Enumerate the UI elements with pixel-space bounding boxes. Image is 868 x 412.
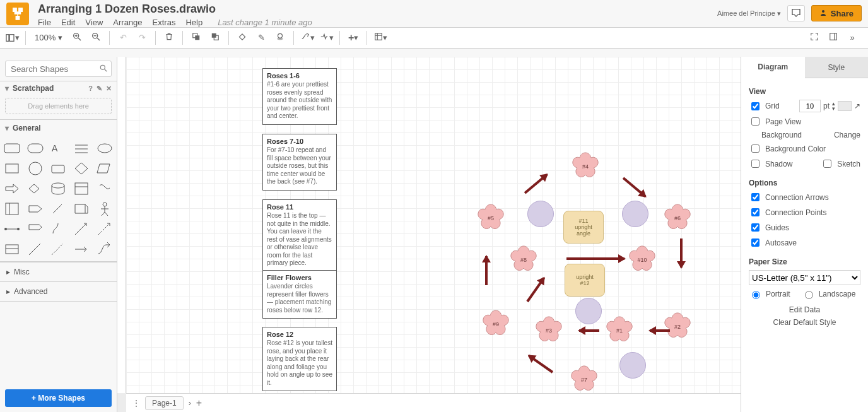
checkbox-guides[interactable]: Guides — [749, 221, 789, 233]
arrow-shape[interactable] — [526, 277, 545, 302]
arrow-shape[interactable] — [485, 256, 488, 285]
palette-shape[interactable] — [72, 201, 91, 217]
shadow-button[interactable] — [272, 30, 288, 46]
palette-shape[interactable] — [26, 201, 45, 217]
rose-shape[interactable]: #2 — [661, 310, 694, 343]
arrow-shape[interactable] — [528, 355, 553, 374]
arrow-shape[interactable] — [579, 329, 599, 332]
share-button[interactable]: Share — [811, 5, 862, 21]
comments-button[interactable] — [787, 5, 805, 21]
palette-shape[interactable] — [3, 241, 22, 257]
palette-shape[interactable] — [49, 160, 68, 177]
checkbox-conn-arrows[interactable]: Connection Arrows — [749, 191, 829, 203]
checkbox-bgcolor[interactable]: Background Color — [749, 143, 826, 155]
checkbox-autosave[interactable]: Autosave — [749, 237, 797, 249]
radio-portrait[interactable]: Portrait — [749, 289, 790, 299]
connection-button[interactable]: ▾ — [299, 30, 315, 46]
menu-extras[interactable]: Extras — [153, 18, 176, 27]
palette-shape[interactable] — [26, 221, 45, 237]
palette-shape[interactable] — [72, 140, 91, 156]
menu-help[interactable]: Help — [185, 18, 202, 27]
palette-shape[interactable] — [72, 160, 91, 177]
rose-shape[interactable]: #10 — [626, 244, 659, 276]
palette-shape[interactable] — [49, 241, 68, 257]
filler-shape[interactable] — [622, 201, 648, 227]
rose-shape[interactable]: #6 — [661, 202, 694, 235]
category-misc[interactable]: ▸Misc — [0, 262, 117, 282]
zoom-in-button[interactable] — [69, 30, 85, 46]
arrow-shape[interactable] — [566, 257, 625, 260]
waypoints-button[interactable]: ▾ — [318, 30, 334, 46]
rose-shape[interactable]: #1 — [603, 314, 636, 347]
chevron-down-icon[interactable]: ▾ — [5, 124, 9, 132]
palette-shape[interactable] — [3, 140, 22, 156]
arrow-shape[interactable] — [524, 174, 548, 194]
arrow-shape[interactable] — [623, 177, 647, 197]
filler-shape[interactable] — [527, 201, 554, 227]
zoom-out-button[interactable] — [88, 30, 104, 46]
radio-landscape[interactable]: Landscape — [802, 289, 856, 299]
center-shape[interactable]: upright #12 — [565, 264, 605, 297]
menu-edit[interactable]: Edit — [61, 18, 75, 27]
checkbox-grid[interactable]: Grid — [749, 100, 780, 112]
grid-size-input[interactable] — [799, 100, 821, 112]
change-background-link[interactable]: Change — [834, 131, 860, 139]
palette-shape[interactable] — [72, 221, 91, 237]
zoom-control[interactable]: 100% ▾ — [31, 33, 66, 42]
checkbox-sketch[interactable]: Sketch — [821, 158, 860, 170]
palette-shape[interactable] — [95, 180, 114, 197]
category-advanced[interactable]: ▸Advanced — [0, 282, 117, 302]
scratchpad-edit-icon[interactable]: ✎ — [97, 85, 102, 93]
note-box[interactable]: Roses 1-6#1-6 are your prettiest roses e… — [262, 68, 337, 125]
palette-shape[interactable] — [72, 241, 91, 257]
line-color-button[interactable]: ✎ — [253, 30, 269, 46]
tab-diagram[interactable]: Diagram — [741, 57, 805, 78]
palette-shape[interactable] — [26, 160, 45, 177]
grid-color-swatch[interactable] — [838, 101, 852, 111]
add-page-button[interactable]: + — [196, 397, 202, 409]
menu-file[interactable]: File — [38, 18, 51, 27]
palette-shape[interactable] — [26, 241, 45, 257]
rose-shape[interactable]: #8 — [507, 244, 540, 276]
palette-shape[interactable] — [26, 180, 45, 197]
search-shapes-input[interactable] — [5, 61, 112, 77]
scratchpad-drop-area[interactable]: Drag elements here — [5, 98, 112, 114]
collapse-button[interactable]: » — [844, 30, 860, 46]
fill-color-button[interactable] — [234, 30, 250, 46]
tab-page1[interactable]: Page-1 — [145, 396, 184, 410]
format-panel-button[interactable] — [825, 30, 842, 46]
note-box[interactable]: Rose 11Rose 11 is the top — not quite in… — [262, 199, 337, 272]
fullscreen-button[interactable] — [806, 30, 823, 46]
palette-shape[interactable] — [95, 221, 114, 237]
note-box[interactable]: Filler FlowersLavender circles represent… — [262, 270, 337, 319]
arrow-shape[interactable] — [680, 238, 683, 268]
paper-size-select[interactable]: US-Letter (8,5" x 11") — [749, 270, 860, 285]
to-back-button[interactable] — [207, 30, 223, 46]
note-box[interactable]: Rose 12Rose #12 is your tallest rose, an… — [262, 327, 337, 391]
palette-shape[interactable] — [49, 201, 68, 217]
scratchpad-help-icon[interactable]: ? — [88, 85, 93, 92]
to-front-button[interactable] — [188, 30, 204, 46]
palette-shape[interactable]: A — [49, 140, 68, 156]
scratchpad-close-icon[interactable]: ✕ — [106, 85, 112, 93]
category-general[interactable]: General — [13, 124, 41, 132]
more-shapes-button[interactable]: + More Shapes — [5, 389, 112, 407]
rose-shape[interactable]: #3 — [532, 314, 565, 347]
filler-shape[interactable] — [619, 352, 646, 379]
palette-shape[interactable] — [95, 160, 114, 177]
rose-shape[interactable]: #4 — [569, 150, 602, 183]
delete-button[interactable] — [161, 30, 177, 46]
pages-next-icon[interactable]: › — [189, 399, 191, 408]
tab-style[interactable]: Style — [805, 57, 869, 78]
arrow-shape[interactable] — [650, 329, 670, 332]
palette-shape[interactable] — [95, 140, 114, 156]
palette-shape[interactable] — [3, 201, 22, 217]
insert-button[interactable]: +▾ — [345, 30, 361, 46]
rose-shape[interactable]: #5 — [474, 202, 507, 235]
palette-shape[interactable] — [95, 241, 114, 257]
palette-shape[interactable] — [3, 160, 22, 177]
checkbox-shadow[interactable]: Shadow — [749, 158, 792, 170]
palette-shape[interactable] — [26, 140, 45, 156]
checkbox-conn-points[interactable]: Connection Points — [749, 206, 826, 218]
edit-data-link[interactable]: Edit Data — [789, 305, 820, 314]
